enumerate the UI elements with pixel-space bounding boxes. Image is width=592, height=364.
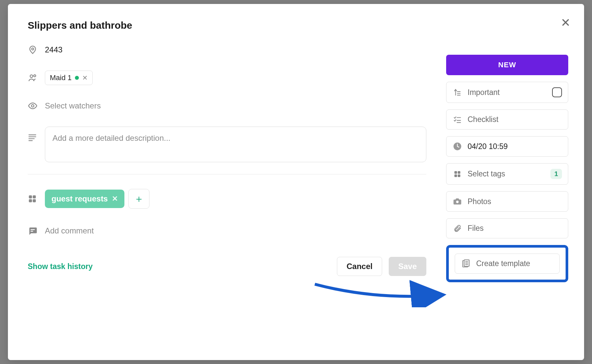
select-tags-option[interactable]: Select tags 1: [446, 163, 568, 185]
svg-rect-26: [454, 174, 457, 177]
comment-icon: [28, 226, 38, 236]
location-row[interactable]: 2443: [28, 45, 426, 55]
datetime-option[interactable]: 04/20 10:59: [446, 136, 568, 157]
text-lines-icon: [28, 133, 37, 142]
template-icon: [462, 259, 470, 268]
cancel-button[interactable]: Cancel: [337, 257, 382, 276]
plus-icon: ＋: [134, 192, 144, 206]
task-modal: Slippers and bathrobe 2443 Maid 1: [8, 4, 584, 360]
photos-label: Photos: [468, 197, 562, 206]
select-tags-label: Select tags: [468, 169, 545, 178]
svg-point-5: [31, 105, 34, 107]
svg-point-4: [34, 75, 36, 77]
close-icon: [561, 18, 570, 27]
location-pin-icon: [28, 45, 38, 55]
camera-icon: [453, 197, 462, 206]
comment-row[interactable]: Add comment: [28, 226, 426, 236]
tag-label: guest requests: [51, 194, 108, 203]
new-button[interactable]: NEW: [446, 55, 568, 75]
priority-icon: [453, 88, 462, 97]
files-label: Files: [468, 224, 562, 233]
svg-rect-24: [454, 171, 457, 174]
create-template-label: Create template: [476, 259, 553, 268]
eye-icon: [28, 101, 38, 111]
divider: [28, 174, 426, 174]
svg-rect-12: [29, 199, 32, 202]
assignee-row[interactable]: Maid 1 ✕: [28, 71, 426, 85]
svg-rect-11: [33, 196, 36, 198]
svg-rect-15: [31, 231, 33, 232]
files-option[interactable]: Files: [446, 218, 568, 238]
important-checkbox[interactable]: [552, 87, 562, 97]
left-column: 2443 Maid 1 ✕: [28, 45, 426, 347]
location-value: 2443: [45, 45, 426, 54]
remove-assignee-button[interactable]: ✕: [82, 74, 88, 82]
comment-placeholder: Add comment: [45, 226, 426, 235]
checklist-label: Checklist: [468, 115, 562, 124]
create-template-highlight: Create template: [446, 245, 568, 282]
right-column: NEW Important Checklist: [446, 45, 568, 347]
description-row: Add a more detailed description...: [28, 127, 426, 162]
close-button[interactable]: [559, 16, 572, 29]
checklist-icon: [453, 115, 462, 124]
svg-rect-14: [31, 229, 35, 230]
checklist-option[interactable]: Checklist: [446, 109, 568, 130]
svg-rect-13: [33, 199, 36, 202]
grid-icon: [453, 170, 461, 178]
tag-chip-guest-requests[interactable]: guest requests ✕: [45, 190, 124, 208]
add-tag-button[interactable]: ＋: [128, 189, 149, 209]
task-title: Slippers and bathrobe: [28, 20, 568, 31]
datetime-value: 04/20 10:59: [468, 142, 562, 151]
create-template-option[interactable]: Create template: [455, 254, 560, 274]
assignee-name: Maid 1: [50, 74, 72, 82]
svg-rect-10: [29, 196, 32, 198]
svg-point-28: [456, 200, 458, 203]
svg-point-3: [30, 75, 33, 77]
save-button[interactable]: Save: [389, 257, 426, 276]
remove-tag-button[interactable]: ✕: [112, 195, 118, 203]
paperclip-icon: [453, 224, 462, 233]
people-icon: [28, 73, 38, 83]
description-input[interactable]: Add a more detailed description...: [45, 127, 426, 162]
svg-point-2: [32, 48, 34, 50]
tags-row: guest requests ✕ ＋: [28, 189, 426, 209]
modal-backdrop: Slippers and bathrobe 2443 Maid 1: [0, 0, 592, 364]
important-label: Important: [468, 88, 547, 97]
show-history-link[interactable]: Show task history: [28, 262, 93, 271]
tag-count-badge: 1: [550, 169, 562, 179]
modal-footer: Show task history Cancel Save: [28, 257, 426, 276]
photos-option[interactable]: Photos: [446, 191, 568, 212]
grid-icon: [28, 194, 37, 203]
important-option[interactable]: Important: [446, 82, 568, 103]
clock-icon: [453, 142, 462, 151]
svg-rect-25: [458, 171, 460, 174]
assignee-chip[interactable]: Maid 1 ✕: [45, 71, 93, 85]
svg-rect-27: [458, 174, 460, 177]
watchers-row[interactable]: Select watchers: [28, 101, 426, 111]
status-dot-icon: [75, 76, 79, 80]
watchers-placeholder: Select watchers: [45, 101, 426, 110]
